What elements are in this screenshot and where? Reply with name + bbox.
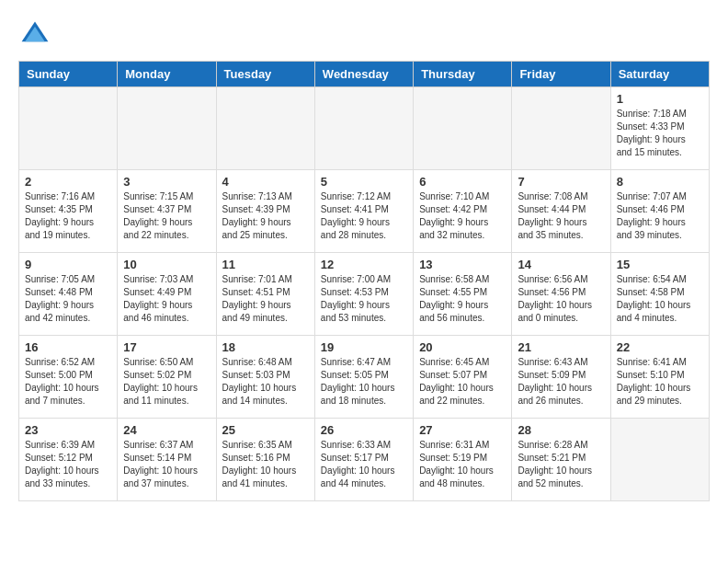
day-info: Sunrise: 7:05 AM Sunset: 4:48 PM Dayligh… [25, 273, 111, 325]
calendar-header-friday: Friday [512, 62, 610, 87]
day-info: Sunrise: 6:48 AM Sunset: 5:03 PM Dayligh… [222, 356, 309, 408]
calendar-cell: 12Sunrise: 7:00 AM Sunset: 4:53 PM Dayli… [314, 253, 413, 336]
calendar-cell: 18Sunrise: 6:48 AM Sunset: 5:03 PM Dayli… [216, 336, 314, 419]
logo-icon [18, 18, 51, 52]
calendar-cell: 10Sunrise: 7:03 AM Sunset: 4:49 PM Dayli… [118, 253, 216, 336]
calendar-cell: 25Sunrise: 6:35 AM Sunset: 5:16 PM Dayli… [216, 419, 314, 501]
day-number: 25 [222, 423, 309, 437]
day-info: Sunrise: 6:31 AM Sunset: 5:19 PM Dayligh… [419, 439, 506, 490]
day-info: Sunrise: 6:28 AM Sunset: 5:21 PM Dayligh… [518, 439, 604, 490]
calendar-cell: 20Sunrise: 6:45 AM Sunset: 5:07 PM Dayli… [414, 336, 512, 419]
logo [18, 18, 57, 52]
calendar-header-tuesday: Tuesday [216, 62, 314, 87]
day-number: 5 [321, 175, 407, 189]
day-info: Sunrise: 6:43 AM Sunset: 5:09 PM Dayligh… [518, 356, 604, 408]
day-number: 11 [222, 258, 309, 271]
day-info: Sunrise: 7:00 AM Sunset: 4:53 PM Dayligh… [321, 273, 407, 325]
calendar-cell [610, 419, 709, 501]
calendar-cell: 24Sunrise: 6:37 AM Sunset: 5:14 PM Dayli… [118, 419, 216, 501]
calendar-cell [216, 87, 314, 170]
day-info: Sunrise: 7:10 AM Sunset: 4:42 PM Dayligh… [419, 190, 506, 242]
day-number: 8 [617, 175, 703, 189]
calendar-cell: 6Sunrise: 7:10 AM Sunset: 4:42 PM Daylig… [414, 170, 512, 253]
calendar-cell: 22Sunrise: 6:41 AM Sunset: 5:10 PM Dayli… [610, 336, 709, 419]
calendar-cell [314, 87, 413, 170]
day-number: 16 [25, 340, 111, 354]
calendar-header-wednesday: Wednesday [314, 62, 413, 87]
calendar-header-monday: Monday [118, 62, 216, 87]
calendar-cell: 23Sunrise: 6:39 AM Sunset: 5:12 PM Dayli… [19, 419, 118, 501]
calendar-cell: 26Sunrise: 6:33 AM Sunset: 5:17 PM Dayli… [314, 419, 413, 501]
calendar-header-thursday: Thursday [414, 62, 512, 87]
day-number: 14 [518, 258, 604, 271]
day-number: 7 [518, 175, 604, 189]
calendar-cell: 16Sunrise: 6:52 AM Sunset: 5:00 PM Dayli… [19, 336, 118, 419]
day-number: 26 [321, 423, 407, 437]
day-number: 21 [518, 340, 604, 354]
day-info: Sunrise: 7:01 AM Sunset: 4:51 PM Dayligh… [222, 273, 309, 325]
day-number: 28 [518, 423, 604, 437]
calendar-cell: 2Sunrise: 7:16 AM Sunset: 4:35 PM Daylig… [19, 170, 118, 253]
day-info: Sunrise: 6:52 AM Sunset: 5:00 PM Dayligh… [25, 356, 111, 408]
day-number: 15 [617, 258, 703, 271]
calendar-cell: 4Sunrise: 7:13 AM Sunset: 4:39 PM Daylig… [216, 170, 314, 253]
calendar-cell: 13Sunrise: 6:58 AM Sunset: 4:55 PM Dayli… [414, 253, 512, 336]
calendar-cell [512, 87, 610, 170]
calendar-week-row: 9Sunrise: 7:05 AM Sunset: 4:48 PM Daylig… [19, 253, 710, 336]
day-info: Sunrise: 7:08 AM Sunset: 4:44 PM Dayligh… [518, 190, 604, 242]
day-number: 9 [25, 258, 111, 271]
day-number: 22 [617, 340, 703, 354]
day-number: 1 [617, 92, 703, 106]
day-number: 13 [419, 258, 506, 271]
day-number: 20 [419, 340, 506, 354]
calendar-cell: 21Sunrise: 6:43 AM Sunset: 5:09 PM Dayli… [512, 336, 610, 419]
calendar-cell [19, 87, 118, 170]
calendar-cell: 17Sunrise: 6:50 AM Sunset: 5:02 PM Dayli… [118, 336, 216, 419]
calendar-cell: 27Sunrise: 6:31 AM Sunset: 5:19 PM Dayli… [414, 419, 512, 501]
day-info: Sunrise: 6:33 AM Sunset: 5:17 PM Dayligh… [321, 439, 407, 490]
day-number: 19 [321, 340, 407, 354]
calendar-week-row: 1Sunrise: 7:18 AM Sunset: 4:33 PM Daylig… [19, 87, 710, 170]
calendar-cell: 7Sunrise: 7:08 AM Sunset: 4:44 PM Daylig… [512, 170, 610, 253]
day-info: Sunrise: 7:16 AM Sunset: 4:35 PM Dayligh… [25, 190, 111, 242]
day-info: Sunrise: 7:07 AM Sunset: 4:46 PM Dayligh… [617, 190, 703, 242]
day-info: Sunrise: 6:37 AM Sunset: 5:14 PM Dayligh… [123, 439, 210, 490]
calendar-week-row: 16Sunrise: 6:52 AM Sunset: 5:00 PM Dayli… [19, 336, 710, 419]
day-info: Sunrise: 6:50 AM Sunset: 5:02 PM Dayligh… [123, 356, 210, 408]
day-info: Sunrise: 6:39 AM Sunset: 5:12 PM Dayligh… [25, 439, 111, 490]
day-number: 18 [222, 340, 309, 354]
day-info: Sunrise: 7:13 AM Sunset: 4:39 PM Dayligh… [222, 190, 309, 242]
day-number: 17 [123, 340, 210, 354]
day-info: Sunrise: 7:12 AM Sunset: 4:41 PM Dayligh… [321, 190, 407, 242]
day-info: Sunrise: 7:03 AM Sunset: 4:49 PM Dayligh… [123, 273, 210, 325]
day-info: Sunrise: 6:45 AM Sunset: 5:07 PM Dayligh… [419, 356, 506, 408]
day-info: Sunrise: 6:58 AM Sunset: 4:55 PM Dayligh… [419, 273, 506, 325]
day-number: 24 [123, 423, 210, 437]
calendar-week-row: 23Sunrise: 6:39 AM Sunset: 5:12 PM Dayli… [19, 419, 710, 501]
calendar-cell: 14Sunrise: 6:56 AM Sunset: 4:56 PM Dayli… [512, 253, 610, 336]
calendar-cell [118, 87, 216, 170]
calendar-cell: 1Sunrise: 7:18 AM Sunset: 4:33 PM Daylig… [610, 87, 709, 170]
day-number: 3 [123, 175, 210, 189]
day-info: Sunrise: 6:54 AM Sunset: 4:58 PM Dayligh… [617, 273, 703, 325]
day-number: 27 [419, 423, 506, 437]
calendar-header-sunday: Sunday [19, 62, 118, 87]
calendar-header-saturday: Saturday [610, 62, 709, 87]
calendar-cell: 15Sunrise: 6:54 AM Sunset: 4:58 PM Dayli… [610, 253, 709, 336]
day-info: Sunrise: 6:56 AM Sunset: 4:56 PM Dayligh… [518, 273, 604, 325]
day-info: Sunrise: 7:15 AM Sunset: 4:37 PM Dayligh… [123, 190, 210, 242]
calendar-cell: 11Sunrise: 7:01 AM Sunset: 4:51 PM Dayli… [216, 253, 314, 336]
day-number: 4 [222, 175, 309, 189]
day-info: Sunrise: 6:47 AM Sunset: 5:05 PM Dayligh… [321, 356, 407, 408]
day-number: 23 [25, 423, 111, 437]
day-info: Sunrise: 6:41 AM Sunset: 5:10 PM Dayligh… [617, 356, 703, 408]
calendar-table: SundayMondayTuesdayWednesdayThursdayFrid… [18, 61, 710, 501]
calendar-cell: 8Sunrise: 7:07 AM Sunset: 4:46 PM Daylig… [610, 170, 709, 253]
day-number: 10 [123, 258, 210, 271]
day-info: Sunrise: 7:18 AM Sunset: 4:33 PM Dayligh… [617, 108, 703, 159]
page-header [18, 18, 710, 52]
calendar-cell: 28Sunrise: 6:28 AM Sunset: 5:21 PM Dayli… [512, 419, 610, 501]
calendar-cell: 3Sunrise: 7:15 AM Sunset: 4:37 PM Daylig… [118, 170, 216, 253]
day-number: 6 [419, 175, 506, 189]
calendar-week-row: 2Sunrise: 7:16 AM Sunset: 4:35 PM Daylig… [19, 170, 710, 253]
